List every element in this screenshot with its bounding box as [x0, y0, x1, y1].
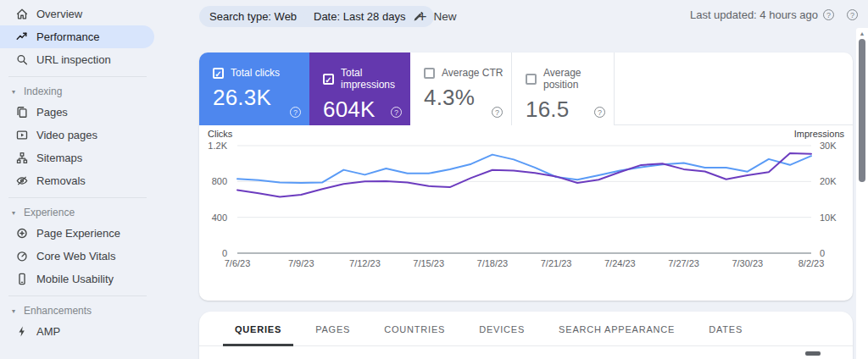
- sidebar-section-indexing[interactable]: ▾ Indexing: [0, 82, 178, 101]
- tab-label: QUERIES: [235, 324, 281, 334]
- right-axis-tick: 20K: [820, 176, 837, 186]
- x-axis-tick: 8/2/23: [798, 258, 825, 268]
- sitemaps-icon: [15, 152, 29, 165]
- performance-icon: [15, 30, 29, 44]
- pages-icon: [15, 106, 29, 119]
- tab-label: PAGES: [315, 324, 350, 334]
- date-range-chip-label: Date: Last 28 days: [314, 10, 405, 23]
- left-axis-tick: 800: [212, 176, 227, 186]
- scrollbar-up-icon[interactable]: ▲: [856, 29, 868, 39]
- average-ctr-checkbox[interactable]: ✓: [424, 68, 435, 79]
- total-clicks-checkbox[interactable]: ✓: [213, 68, 224, 79]
- sidebar-item-amp[interactable]: AMP: [0, 320, 154, 343]
- sidebar-item-label: Sitemaps: [36, 152, 82, 164]
- metric-label: Average position: [543, 67, 614, 91]
- sidebar-item-sitemaps[interactable]: Sitemaps: [0, 146, 154, 169]
- sidebar-item-mobile-usability[interactable]: Mobile Usability: [0, 268, 154, 290]
- total-impressions-card[interactable]: ✓ Total impressions 604K ?: [309, 52, 410, 125]
- right-axis-tick: 30K: [820, 141, 837, 151]
- performance-chart-svg: ClicksImpressions1.2K800400030K20K10K07/…: [199, 127, 853, 278]
- x-axis-tick: 7/21/23: [541, 258, 572, 268]
- tab-queries[interactable]: QUERIES: [223, 312, 293, 346]
- tab-label: SEARCH APPEARANCE: [559, 324, 675, 334]
- average-position-checkbox[interactable]: ✓: [526, 74, 537, 85]
- tab-countries[interactable]: COUNTRIES: [372, 312, 457, 346]
- dimension-tabs: QUERIES PAGES COUNTRIES DEVICES SEARCH A…: [199, 312, 853, 346]
- metric-label: Total clicks: [231, 67, 280, 79]
- metric-label: Average CTR: [442, 67, 503, 79]
- help-icon[interactable]: ?: [823, 9, 834, 20]
- performance-summary-card: ✓ Total clicks 26.3K ? ✓ Total impressio…: [199, 52, 853, 301]
- help-icon[interactable]: ?: [290, 107, 301, 118]
- scrollbar-thumb[interactable]: [859, 39, 865, 182]
- left-axis-tick: 400: [212, 213, 227, 223]
- tab-label: DEVICES: [479, 324, 525, 334]
- help-icon[interactable]: ?: [492, 107, 503, 118]
- tab-pages[interactable]: PAGES: [303, 312, 362, 346]
- sidebar-item-core-web-vitals[interactable]: Core Web Vitals: [0, 245, 154, 268]
- vertical-scrollbar[interactable]: ▲: [856, 28, 868, 359]
- sidebar-divider: [8, 295, 147, 296]
- x-axis-tick: 7/30/23: [732, 258, 763, 268]
- sidebar-section-enhancements[interactable]: ▾ Enhancements: [0, 301, 178, 320]
- sidebar-item-removals[interactable]: Removals: [0, 169, 154, 192]
- video-pages-icon: [15, 129, 29, 142]
- sidebar-item-label: URL inspection: [36, 53, 111, 66]
- sidebar-item-label: Mobile Usability: [36, 273, 114, 285]
- right-axis-tick: 10K: [820, 213, 837, 223]
- sidebar-item-url-inspection[interactable]: URL inspection: [0, 48, 154, 71]
- plus-icon: +: [418, 9, 427, 25]
- chevron-down-icon: ▾: [12, 88, 15, 96]
- x-axis-tick: 7/9/23: [288, 258, 314, 268]
- sidebar-item-label: Overview: [36, 8, 82, 20]
- x-axis-tick: 7/12/23: [349, 258, 381, 268]
- sidebar-section-label: Experience: [24, 207, 75, 218]
- x-axis-tick: 7/15/23: [413, 258, 444, 268]
- left-axis-title: Clicks: [208, 129, 233, 139]
- sidebar-section-experience[interactable]: ▾ Experience: [0, 203, 178, 222]
- sidebar-item-label: Core Web Vitals: [36, 250, 115, 262]
- home-icon: [15, 8, 29, 21]
- average-ctr-card[interactable]: ✓ Average CTR 4.3% ?: [410, 52, 512, 125]
- filter-icon[interactable]: [805, 351, 821, 356]
- page-help-icon[interactable]: ?: [847, 9, 858, 20]
- new-filter-button[interactable]: + New: [413, 6, 462, 27]
- tab-devices[interactable]: DEVICES: [467, 312, 537, 346]
- search-type-chip-label: Search type: Web: [209, 10, 297, 23]
- left-axis-tick: 1.2K: [208, 141, 227, 151]
- sidebar-item-label: Performance: [36, 30, 99, 43]
- total-clicks-card[interactable]: ✓ Total clicks 26.3K ?: [199, 52, 309, 125]
- metric-label: Total impressions: [341, 67, 410, 91]
- sidebar-section-label: Indexing: [24, 86, 62, 97]
- sidebar-divider: [8, 76, 147, 77]
- removals-icon: [15, 174, 29, 188]
- sidebar-item-label: Video pages: [36, 129, 97, 141]
- help-icon[interactable]: ?: [594, 107, 605, 118]
- sidebar-item-overview[interactable]: Overview: [0, 3, 154, 25]
- sidebar-item-label: AMP: [36, 325, 60, 338]
- sidebar-item-video-pages[interactable]: Video pages: [0, 124, 154, 146]
- toolbar: Search type: Web Date: Last 28 days + Ne…: [199, 0, 853, 47]
- chevron-down-icon: ▾: [12, 209, 15, 217]
- sidebar-item-pages[interactable]: Pages: [0, 101, 154, 124]
- page-experience-icon: [15, 227, 29, 240]
- tab-label: DATES: [709, 324, 743, 334]
- search-icon: [15, 53, 29, 67]
- sidebar-item-page-experience[interactable]: Page Experience: [0, 222, 154, 245]
- tab-search-appearance[interactable]: SEARCH APPEARANCE: [547, 312, 687, 346]
- sidebar-item-label: Page Experience: [36, 227, 120, 240]
- x-axis-tick: 7/24/23: [604, 258, 636, 268]
- performance-chart[interactable]: ClicksImpressions1.2K800400030K20K10K07/…: [199, 127, 853, 278]
- sidebar: Overview Performance URL inspection ▾ In…: [0, 0, 178, 359]
- total-impressions-checkbox[interactable]: ✓: [323, 74, 334, 85]
- sidebar-divider: [8, 197, 147, 198]
- chevron-down-icon: ▾: [12, 307, 15, 315]
- sidebar-section-label: Enhancements: [24, 305, 92, 317]
- sidebar-item-performance[interactable]: Performance: [0, 25, 154, 48]
- average-position-card[interactable]: ✓ Average position 16.5 ?: [512, 52, 615, 125]
- tab-dates[interactable]: DATES: [697, 312, 754, 346]
- help-icon[interactable]: ?: [391, 107, 402, 118]
- core-web-vitals-icon: [15, 250, 29, 263]
- left-axis-tick: 0: [222, 248, 227, 258]
- last-updated-status: Last updated: 4 hours ago ?: [690, 8, 834, 21]
